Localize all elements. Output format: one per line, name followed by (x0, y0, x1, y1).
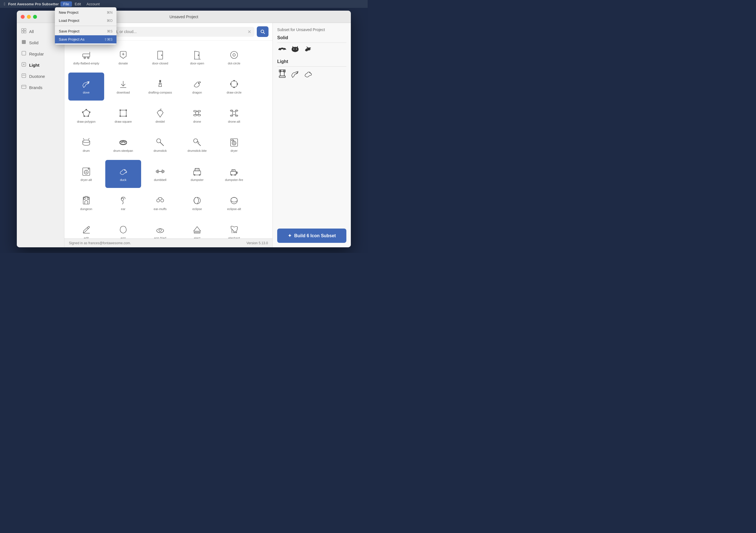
icon-cell-drum-steelpan[interactable]: drum-steelpan (105, 131, 141, 159)
content-area: All Solid Regular Light (17, 23, 351, 247)
brands-icon (21, 84, 26, 91)
svg-point-24 (230, 51, 237, 58)
icon-cell-dreidel[interactable]: dreidel (142, 102, 178, 130)
sidebar-item-regular[interactable]: Regular (17, 48, 64, 59)
menu-save-project-as[interactable]: Save Project As ⇧⌘S (55, 35, 117, 43)
svg-point-63 (83, 140, 90, 143)
svg-rect-1 (24, 29, 26, 31)
menu-new-project[interactable]: New Project ⌘N (55, 9, 117, 16)
maximize-button[interactable] (33, 15, 37, 19)
icon-cell-download[interactable]: download (105, 72, 141, 100)
svg-rect-42 (120, 110, 126, 116)
icon-cell-dumpster[interactable]: dumpster (179, 160, 215, 188)
svg-point-110 (156, 229, 164, 233)
duotone-icon (21, 73, 26, 79)
svg-rect-102 (84, 197, 85, 199)
svg-line-64 (83, 138, 84, 140)
icon-cell-ear[interactable]: ear (105, 189, 141, 217)
svg-point-25 (233, 54, 235, 56)
svg-point-17 (88, 57, 89, 59)
svg-rect-3 (24, 31, 26, 33)
icon-cell-dove[interactable]: dove (68, 72, 104, 100)
icon-cell-drone[interactable]: drone (179, 102, 215, 130)
regular-icon (21, 51, 26, 57)
icons-grid: dolly-flatbed-empty donate door-closed d… (65, 41, 272, 238)
svg-point-30 (198, 83, 199, 83)
icons-row-6: dungeon ear ear-muffs eclipse (68, 189, 269, 217)
solid-icon (21, 40, 26, 46)
svg-point-120 (309, 72, 310, 73)
clear-search-button[interactable]: ✕ (248, 29, 251, 35)
svg-point-69 (124, 142, 125, 143)
icon-cell-dolly-flatbed-empty[interactable]: dolly-flatbed-empty (68, 43, 104, 71)
icon-cell-eclipse-alt[interactable]: eclipse-alt (216, 189, 252, 217)
icon-cell-donate[interactable]: donate (105, 43, 141, 71)
icon-cell-egg[interactable]: egg (105, 218, 141, 238)
icon-cell-drum[interactable]: drum (68, 131, 104, 159)
icon-cell-dot-circle[interactable]: dot-circle (216, 43, 252, 71)
svg-point-114 (293, 48, 294, 49)
icon-cell-drumstick[interactable]: drumstick (142, 131, 178, 159)
build-icon-subset-button[interactable]: ✦ Build 6 Icon Subset (277, 229, 346, 243)
search-button[interactable] (257, 26, 269, 37)
icons-row-5: dryer-alt duck dumbbell dumpster (68, 160, 269, 188)
svg-point-21 (161, 55, 162, 56)
menu-load-project[interactable]: Load Project ⌘O (55, 16, 117, 25)
menu-save-project[interactable]: Save Project ⌘S (55, 27, 117, 35)
svg-rect-14 (83, 54, 90, 57)
panel-solid-icons (277, 45, 346, 55)
sidebar-item-brands[interactable]: Brands (17, 82, 64, 93)
status-bar: Signed in as frances@fontawesome.com. Ve… (65, 238, 272, 247)
close-button[interactable] (21, 15, 25, 19)
icon-cell-draw-square[interactable]: draw-square (105, 102, 141, 130)
titlebar:  Font Awesome Pro Subsetter File Edit A… (0, 0, 368, 8)
app-name: Font Awesome Pro Subsetter (8, 2, 59, 6)
menu-separator (55, 26, 117, 26)
icon-cell-dumpster-fire[interactable]: dumpster-fire (216, 160, 252, 188)
svg-line-65 (88, 138, 89, 140)
svg-point-104 (156, 199, 160, 202)
sidebar-item-light[interactable]: Light (17, 59, 64, 70)
svg-point-70 (122, 141, 124, 142)
icon-cell-duck[interactable]: duck (105, 160, 141, 188)
svg-point-105 (161, 199, 164, 202)
icon-cell-door-open[interactable]: door-open (179, 43, 215, 71)
svg-marker-36 (83, 109, 90, 116)
all-icon (21, 28, 26, 35)
sidebar-item-duotone[interactable]: Duotone (17, 70, 64, 82)
icon-cell-edit[interactable]: edit (68, 218, 104, 238)
icon-cell-ear-muffs[interactable]: ear-muffs (142, 189, 178, 217)
menu-account[interactable]: Account (84, 1, 102, 7)
svg-point-115 (296, 48, 297, 49)
sidebar-regular-label: Regular (29, 51, 44, 56)
icon-cell-drumstick-bite[interactable]: drumstick-bite (179, 131, 215, 159)
svg-rect-78 (231, 140, 233, 141)
icon-cell-dragon[interactable]: dragon (179, 72, 215, 100)
menu-edit[interactable]: Edit (72, 1, 84, 7)
icon-cell-dungeon[interactable]: dungeon (68, 189, 104, 217)
icon-cell-door-closed[interactable]: door-closed (142, 43, 178, 71)
menu-bar: File Edit Account (61, 1, 102, 7)
icon-cell-elephant[interactable]: elephant (216, 218, 252, 238)
svg-point-23 (198, 55, 199, 56)
icon-cell-eclipse[interactable]: eclipse (179, 189, 215, 217)
menu-file[interactable]: File (61, 1, 72, 7)
icon-cell-drafting-compass[interactable]: drafting-compass (142, 72, 178, 100)
icon-cell-egg-fried[interactable]: egg-fried (142, 218, 178, 238)
icon-cell-draw-polygon[interactable]: draw-polygon (68, 102, 104, 130)
minimize-button[interactable] (27, 15, 31, 19)
icon-cell-dumbbell[interactable]: dumbbell (142, 160, 178, 188)
icon-cell-eject[interactable]: eject (179, 218, 215, 238)
sidebar-solid-label: Solid (29, 40, 39, 45)
svg-point-73 (194, 139, 198, 143)
svg-rect-113 (194, 232, 200, 233)
icon-cell-dryer[interactable]: dryer (216, 131, 252, 159)
icon-cell-draw-circle[interactable]: draw-circle (216, 72, 252, 100)
svg-rect-10 (21, 85, 26, 89)
panel-title: Subset for Unsaved Project (277, 27, 346, 32)
svg-rect-2 (21, 31, 23, 33)
version-text: Version 5.13.0 (246, 241, 268, 245)
icon-cell-drone-alt[interactable]: drone-alt (216, 102, 252, 130)
svg-rect-0 (21, 29, 23, 31)
icon-cell-dryer-alt[interactable]: dryer-alt (68, 160, 104, 188)
